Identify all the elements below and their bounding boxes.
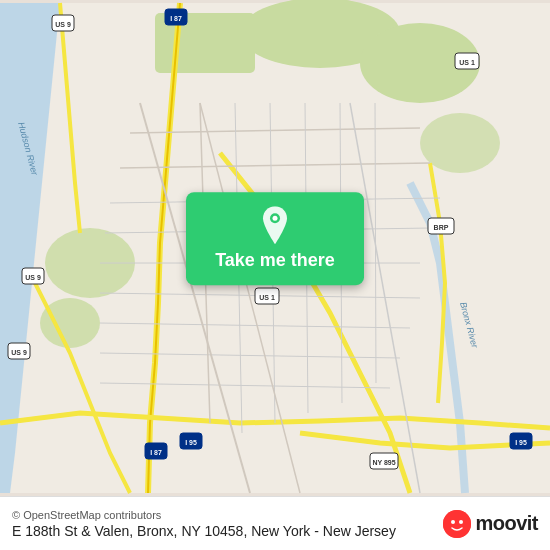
svg-text:US 9: US 9 [55,21,71,28]
take-me-there-button[interactable]: Take me there [186,192,364,285]
take-me-there-label: Take me there [215,250,335,271]
address-text: E 188th St & Valen, Bronx, NY 10458, New… [12,523,433,539]
moovit-logo-icon [443,510,471,538]
moovit-icon-svg [443,510,471,538]
svg-text:I 95: I 95 [185,439,197,446]
svg-text:US 9: US 9 [25,274,41,281]
svg-text:NY 895: NY 895 [372,459,395,466]
svg-text:US 1: US 1 [259,294,275,301]
moovit-logo-text: moovit [475,512,538,535]
app: US 9 US 9 US 9 I 87 I 87 US 1 US 1 I 95 [0,0,550,550]
bottom-bar: © OpenStreetMap contributors E 188th St … [0,496,550,550]
svg-point-50 [273,216,278,221]
moovit-logo: moovit [443,510,538,538]
location-pin-icon [259,206,291,244]
bottom-left: © OpenStreetMap contributors E 188th St … [12,509,433,539]
svg-text:US 9: US 9 [11,349,27,356]
svg-text:I 87: I 87 [170,15,182,22]
svg-point-6 [40,298,100,348]
svg-text:I 95: I 95 [515,439,527,446]
svg-text:I 87: I 87 [150,449,162,456]
map-container: US 9 US 9 US 9 I 87 I 87 US 1 US 1 I 95 [0,0,550,496]
osm-credit-text: © OpenStreetMap contributors [12,509,161,521]
svg-text:US 1: US 1 [459,59,475,66]
svg-point-51 [443,510,471,538]
osm-credit: © OpenStreetMap contributors [12,509,433,521]
svg-text:BRP: BRP [434,224,449,231]
svg-point-52 [451,520,455,524]
svg-point-53 [459,520,463,524]
